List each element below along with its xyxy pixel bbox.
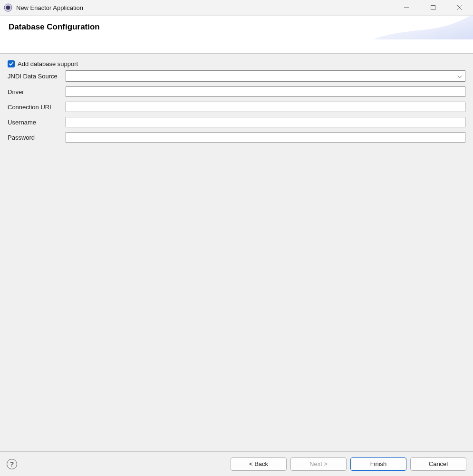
app-icon bbox=[4, 3, 12, 12]
password-input[interactable] bbox=[66, 132, 465, 143]
driver-label: Driver bbox=[8, 88, 66, 95]
chevron-down-icon bbox=[457, 73, 462, 80]
cancel-button-label: Cancel bbox=[429, 460, 448, 467]
titlebar: New Enactor Application bbox=[0, 0, 473, 16]
add-db-support-checkbox[interactable] bbox=[8, 60, 15, 67]
username-label: Username bbox=[8, 119, 66, 126]
jndi-data-source-select[interactable] bbox=[66, 70, 465, 82]
window-controls bbox=[393, 0, 473, 15]
next-button[interactable]: Next > bbox=[290, 457, 347, 471]
next-button-label: Next > bbox=[309, 460, 328, 467]
svg-rect-2 bbox=[8, 4, 9, 6]
minimize-button[interactable] bbox=[393, 0, 420, 15]
close-button[interactable] bbox=[446, 0, 473, 15]
maximize-button[interactable] bbox=[420, 0, 446, 15]
back-button[interactable]: < Back bbox=[231, 457, 287, 471]
wizard-content: Add database support JNDI Data Source Dr… bbox=[0, 54, 473, 452]
add-db-support-label[interactable]: Add database support bbox=[18, 60, 78, 67]
finish-button[interactable]: Finish bbox=[350, 457, 406, 471]
connection-url-label: Connection URL bbox=[8, 104, 66, 111]
finish-button-label: Finish bbox=[370, 460, 387, 467]
jndi-label: JNDI Data Source bbox=[8, 73, 66, 80]
wizard-header: Database Configuration bbox=[0, 16, 473, 54]
svg-point-1 bbox=[6, 6, 10, 10]
form-grid: JNDI Data Source Driver Connection URL U… bbox=[8, 70, 465, 143]
add-db-support-row: Add database support bbox=[8, 60, 465, 67]
help-icon[interactable]: ? bbox=[7, 459, 17, 469]
password-label: Password bbox=[8, 134, 66, 141]
back-button-label: < Back bbox=[249, 460, 268, 467]
svg-rect-4 bbox=[431, 6, 435, 10]
username-input[interactable] bbox=[66, 117, 465, 127]
connection-url-input[interactable] bbox=[66, 102, 465, 112]
wizard-footer: ? < Back Next > Finish Cancel bbox=[0, 452, 473, 476]
driver-input[interactable] bbox=[66, 86, 465, 97]
cancel-button[interactable]: Cancel bbox=[410, 457, 466, 471]
page-title: Database Configuration bbox=[9, 22, 464, 32]
window-title: New Enactor Application bbox=[16, 4, 393, 11]
